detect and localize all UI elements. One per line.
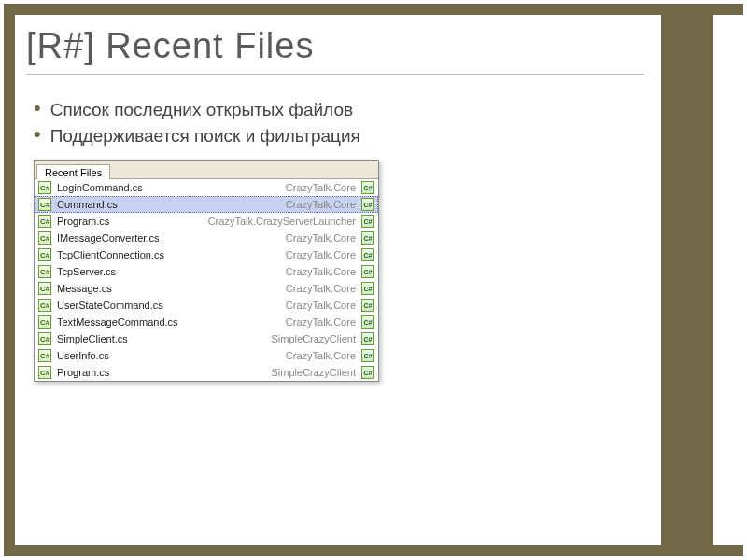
bullet-text: Поддерживается поиск и фильтрация <box>50 123 360 149</box>
csharp-project-icon: C# <box>361 215 374 228</box>
csharp-file-icon: C# <box>38 198 51 211</box>
file-row[interactable]: C#Command.csCrazyTalk.CoreC# <box>35 196 378 213</box>
project-name: CrazyTalk.CrazyServerLauncher <box>208 216 356 227</box>
file-name: Command.cs <box>57 199 280 210</box>
csharp-file-icon: C# <box>38 299 51 312</box>
csharp-file-icon: C# <box>38 231 51 245</box>
project-name: CrazyTalk.Core <box>286 249 356 260</box>
project-name: CrazyTalk.Core <box>286 266 356 277</box>
file-row[interactable]: C#UserStateCommand.csCrazyTalk.CoreC# <box>35 297 378 314</box>
recent-files-list: C#LoginCommand.csCrazyTalk.CoreC#C#Comma… <box>35 179 378 381</box>
project-name: CrazyTalk.Core <box>286 283 356 294</box>
bullet-item: Список последних открытых файлов <box>34 97 644 123</box>
csharp-file-icon: C# <box>38 349 51 362</box>
file-row[interactable]: C#Program.csCrazyTalk.CrazyServerLaunche… <box>35 213 378 230</box>
project-name: CrazyTalk.Core <box>286 316 356 328</box>
file-row[interactable]: C#LoginCommand.csCrazyTalk.CoreC# <box>35 179 378 196</box>
popup-tab-strip: Recent Files <box>35 161 378 179</box>
file-name: SimpleClient.cs <box>57 333 266 344</box>
file-name: Program.cs <box>57 367 266 378</box>
tab-recent-files[interactable]: Recent Files <box>36 164 110 179</box>
bullet-list: Список последних открытых файлов Поддерж… <box>34 97 644 148</box>
file-name: LoginCommand.cs <box>57 182 280 193</box>
file-row[interactable]: C#TcpServer.csCrazyTalk.CoreC# <box>35 263 378 280</box>
file-row[interactable]: C#Message.csCrazyTalk.CoreC# <box>35 280 378 297</box>
csharp-file-icon: C# <box>38 282 51 295</box>
file-row[interactable]: C#Program.csSimpleCrazyClientC# <box>35 364 378 381</box>
slide-border-left <box>4 4 15 556</box>
csharp-file-icon: C# <box>38 248 51 261</box>
csharp-project-icon: C# <box>361 366 374 379</box>
csharp-project-icon: C# <box>361 315 374 329</box>
file-name: TcpServer.cs <box>57 266 280 277</box>
csharp-project-icon: C# <box>361 231 374 245</box>
file-row[interactable]: C#SimpleClient.csSimpleCrazyClientC# <box>35 330 378 347</box>
project-name: SimpleCrazyClient <box>272 367 356 378</box>
file-row[interactable]: C#IMessageConverter.csCrazyTalk.CoreC# <box>35 230 378 246</box>
project-name: CrazyTalk.Core <box>286 300 356 311</box>
file-name: Program.cs <box>57 216 203 227</box>
csharp-file-icon: C# <box>38 315 51 329</box>
csharp-project-icon: C# <box>361 299 374 312</box>
csharp-project-icon: C# <box>361 181 374 194</box>
file-name: UserStateCommand.cs <box>57 300 280 311</box>
csharp-project-icon: C# <box>361 349 374 362</box>
file-row[interactable]: C#TcpClientConnection.csCrazyTalk.CoreC# <box>35 246 378 263</box>
title-underline <box>26 74 644 75</box>
file-row[interactable]: C#TextMessageCommand.csCrazyTalk.CoreC# <box>35 314 378 330</box>
bullet-item: Поддерживается поиск и фильтрация <box>34 123 644 149</box>
file-name: IMessageConverter.cs <box>57 232 280 244</box>
project-name: CrazyTalk.Core <box>286 182 356 193</box>
project-name: SimpleCrazyClient <box>272 333 356 344</box>
csharp-file-icon: C# <box>38 332 51 345</box>
file-name: TcpClientConnection.cs <box>57 249 280 260</box>
csharp-file-icon: C# <box>38 265 51 278</box>
slide-border-top <box>4 4 743 15</box>
slide-title: [R#] Recent Files <box>26 26 644 66</box>
slide-accent-bar <box>661 4 713 556</box>
csharp-file-icon: C# <box>38 215 51 228</box>
file-name: TextMessageCommand.cs <box>57 316 280 328</box>
bullet-text: Список последних открытых файлов <box>50 97 353 123</box>
slide-content: [R#] Recent Files Список последних откры… <box>26 26 644 534</box>
recent-files-popup: Recent Files C#LoginCommand.csCrazyTalk.… <box>34 160 379 382</box>
project-name: CrazyTalk.Core <box>286 350 356 361</box>
csharp-file-icon: C# <box>38 366 51 379</box>
csharp-project-icon: C# <box>361 248 374 261</box>
csharp-file-icon: C# <box>38 181 51 194</box>
file-name: Message.cs <box>57 283 280 294</box>
file-name: UserInfo.cs <box>57 350 280 361</box>
csharp-project-icon: C# <box>361 332 374 345</box>
csharp-project-icon: C# <box>361 265 374 278</box>
file-row[interactable]: C#UserInfo.csCrazyTalk.CoreC# <box>35 347 378 364</box>
csharp-project-icon: C# <box>361 282 374 295</box>
project-name: CrazyTalk.Core <box>286 232 356 244</box>
csharp-project-icon: C# <box>361 198 374 211</box>
slide-border-bottom <box>4 545 743 556</box>
project-name: CrazyTalk.Core <box>286 199 356 210</box>
